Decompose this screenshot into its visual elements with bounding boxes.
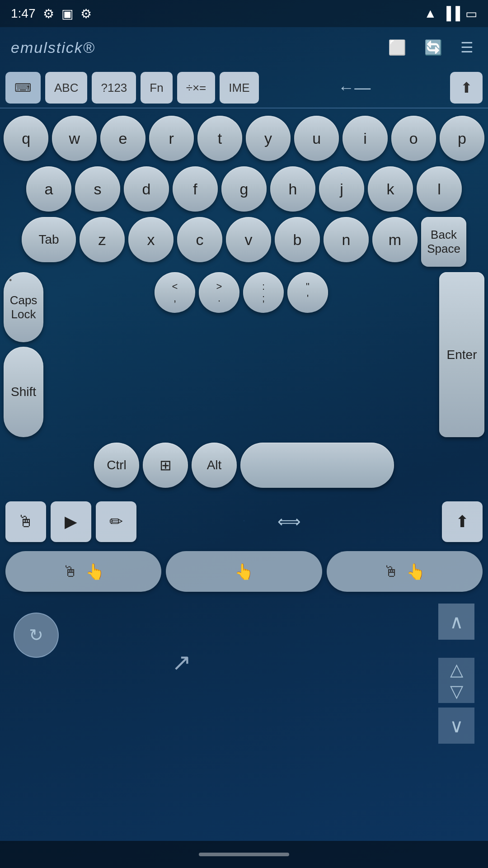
app-header: emulstick® ⬜ 🔄 ☰ <box>0 27 488 68</box>
key-t[interactable]: t <box>197 116 242 161</box>
key-f[interactable]: f <box>173 166 218 212</box>
key-comma[interactable]: <, <box>155 272 195 313</box>
pencil-tool-button[interactable]: ✏ <box>96 501 136 542</box>
signal-icon: ▐▐ <box>442 6 460 21</box>
scroll-up-button[interactable]: ∧ <box>438 604 474 640</box>
key-k[interactable]: k <box>368 166 413 212</box>
menu-icon-button[interactable]: ☰ <box>457 35 477 60</box>
key-row-4: CapsLock Shift <, >. :; "' Enter <box>4 272 484 437</box>
key-z[interactable]: z <box>80 217 125 262</box>
status-right: ▲ ▐▐ ▭ <box>424 6 477 21</box>
key-period[interactable]: >. <box>199 272 239 313</box>
key-n[interactable]: n <box>324 217 369 262</box>
row4-punctuation: <, >. :; "' <box>47 272 436 313</box>
key-shift[interactable]: Shift <box>4 347 43 437</box>
right-mouse-gesture-icon: 👆 <box>406 562 425 580</box>
key-g[interactable]: g <box>221 166 267 212</box>
cursor-indicator: ↗ <box>172 649 192 676</box>
row4-left-col: CapsLock Shift <box>4 272 43 437</box>
ime-button[interactable]: IME <box>220 72 258 104</box>
key-row-1: q w e r t y u i o p <box>4 116 484 161</box>
num-button[interactable]: ?123 <box>92 72 136 104</box>
key-v[interactable]: v <box>226 217 271 262</box>
left-mouse-button[interactable]: 🖱 👆 <box>5 551 161 592</box>
toolbar-upload-button[interactable]: ⬆ <box>450 72 483 104</box>
right-mouse-button[interactable]: 🖱 👆 <box>327 551 483 592</box>
mid-mouse-gesture-icon: 👆 <box>235 562 253 580</box>
key-quote[interactable]: "' <box>287 272 328 313</box>
key-x[interactable]: x <box>128 217 174 262</box>
wifi-icon: ▲ <box>424 6 437 21</box>
key-semicolon[interactable]: :; <box>243 272 284 313</box>
toolbar: ⌨ ABC ?123 Fn ÷×= IME ←— ⬆ <box>0 68 488 108</box>
key-row-3: Tab z x c v b n m BackSpace <box>4 217 484 267</box>
key-j[interactable]: j <box>319 166 364 212</box>
sync-icon-button[interactable]: 🔄 <box>421 35 446 60</box>
toolbar-arrow: ←— <box>263 78 446 97</box>
key-tab[interactable]: Tab <box>22 217 76 262</box>
bottom-upload-button[interactable]: ⬆ <box>442 501 483 542</box>
key-o[interactable]: o <box>391 116 436 161</box>
cursor-tool-button[interactable]: ▶ <box>51 501 91 542</box>
key-e[interactable]: e <box>100 116 145 161</box>
symbol-button[interactable]: ÷×= <box>177 72 216 104</box>
key-s[interactable]: s <box>75 166 120 212</box>
key-l[interactable]: l <box>417 166 462 212</box>
home-indicator[interactable] <box>199 853 289 856</box>
key-c[interactable]: c <box>177 217 222 262</box>
key-r[interactable]: r <box>149 116 194 161</box>
middle-mouse-button[interactable]: 👆 <box>166 551 322 592</box>
key-h[interactable]: h <box>270 166 315 212</box>
key-u[interactable]: u <box>294 116 339 161</box>
scroll-down-button[interactable]: ∨ <box>438 708 474 744</box>
settings-icon-2: ⚙ <box>80 6 92 21</box>
sim-icon: ▣ <box>61 6 73 21</box>
nav-bar <box>0 841 488 868</box>
battery-icon: ▭ <box>465 6 477 21</box>
key-row-5: Ctrl ⊞ Alt <box>4 443 484 488</box>
left-mouse-icon: 🖱 <box>63 563 78 580</box>
right-mouse-icon: 🖱 <box>384 563 399 580</box>
key-row-2: a s d f g h j k l <box>4 166 484 212</box>
float-area: ↻ ↗ ∧ △ ▽ ∨ <box>0 594 488 748</box>
scroll-up-small-icon: △ <box>450 660 463 679</box>
mouse-buttons-row: 🖱 👆 👆 🖱 👆 <box>0 548 488 594</box>
status-time: 1:47 <box>11 6 36 21</box>
key-space[interactable] <box>240 443 394 488</box>
screen-icon-button[interactable]: ⬜ <box>385 35 410 60</box>
key-a[interactable]: a <box>26 166 71 212</box>
key-i[interactable]: i <box>343 116 387 161</box>
key-caps-lock[interactable]: CapsLock <box>4 272 43 342</box>
key-b[interactable]: b <box>275 217 320 262</box>
key-enter[interactable]: Enter <box>439 272 484 437</box>
key-p[interactable]: p <box>440 116 484 161</box>
key-q[interactable]: q <box>4 116 48 161</box>
key-win[interactable]: ⊞ <box>143 443 188 488</box>
left-mouse-gesture-icon: 👆 <box>85 562 104 580</box>
settings-icon-1: ⚙ <box>43 6 54 21</box>
key-d[interactable]: d <box>124 166 169 212</box>
key-alt[interactable]: Alt <box>192 443 237 488</box>
header-icons: ⬜ 🔄 ☰ <box>385 35 477 60</box>
key-y[interactable]: y <box>246 116 291 161</box>
row4-mid-col: <, >. :; "' <box>47 272 436 437</box>
bottom-tool-row: 🖱 ▶ ✏ ⟺ ⬆ <box>0 497 488 547</box>
scroll-down-small-icon: ▽ <box>450 681 463 701</box>
keyboard-toggle-button[interactable]: ⌨ <box>5 72 41 104</box>
rotate-button[interactable]: ↻ <box>14 613 59 658</box>
app-logo: emulstick® <box>11 39 95 57</box>
status-bar: 1:47 ⚙ ▣ ⚙ ▲ ▐▐ ▭ <box>0 0 488 27</box>
double-arrow: ⟺ <box>141 512 437 531</box>
mouse-tool-button[interactable]: 🖱 <box>5 501 46 542</box>
status-left: 1:47 ⚙ ▣ ⚙ <box>11 6 92 21</box>
keyboard-area: q w e r t y u i o p a s d f g h j k l Ta… <box>0 108 488 497</box>
key-w[interactable]: w <box>52 116 97 161</box>
key-backspace[interactable]: BackSpace <box>421 217 466 267</box>
scroll-mid-button[interactable]: △ ▽ <box>438 658 474 703</box>
key-ctrl[interactable]: Ctrl <box>94 443 139 488</box>
abc-button[interactable]: ABC <box>45 72 87 104</box>
key-m[interactable]: m <box>372 217 418 262</box>
fn-button[interactable]: Fn <box>141 72 172 104</box>
